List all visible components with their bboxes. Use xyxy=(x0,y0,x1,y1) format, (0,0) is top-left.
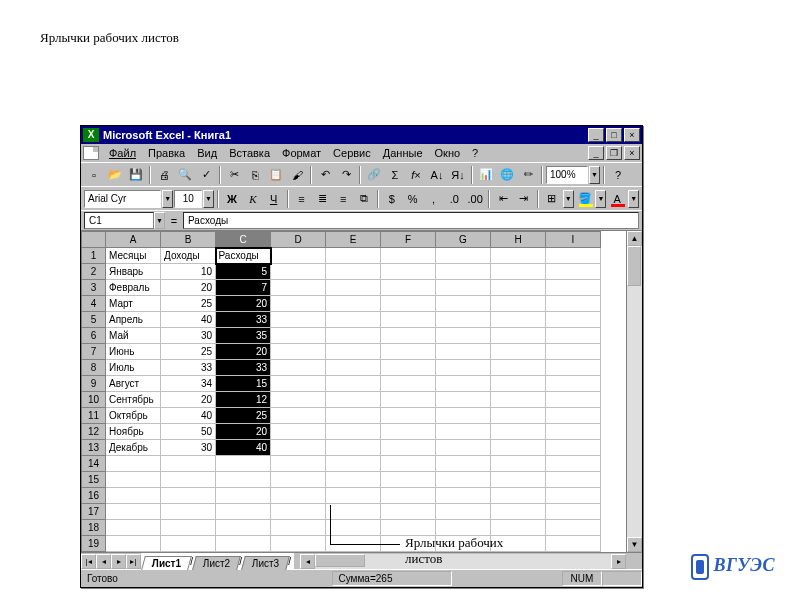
sheet-tab-3[interactable]: Лист3 xyxy=(241,556,290,570)
open-button[interactable]: 📂 xyxy=(105,165,125,185)
cell-B16[interactable] xyxy=(161,488,216,504)
cell-C10[interactable]: 12 xyxy=(216,392,271,408)
new-button[interactable]: ▫ xyxy=(84,165,104,185)
cut-button[interactable]: ✂ xyxy=(224,165,244,185)
merge-center-button[interactable]: ⧉ xyxy=(354,189,374,209)
cell-E4[interactable] xyxy=(326,296,381,312)
cell-I15[interactable] xyxy=(546,472,601,488)
comma-button[interactable]: , xyxy=(424,189,444,209)
cell-I17[interactable] xyxy=(546,504,601,520)
cell-G6[interactable] xyxy=(436,328,491,344)
cell-F13[interactable] xyxy=(381,440,436,456)
cell-I9[interactable] xyxy=(546,376,601,392)
cell-H6[interactable] xyxy=(491,328,546,344)
cell-C14[interactable] xyxy=(216,456,271,472)
sort-asc-button[interactable]: A↓ xyxy=(427,165,447,185)
cell-E14[interactable] xyxy=(326,456,381,472)
cell-E19[interactable] xyxy=(326,536,381,552)
cell-E8[interactable] xyxy=(326,360,381,376)
cell-I19[interactable] xyxy=(546,536,601,552)
sheet-tab-2[interactable]: Лист2 xyxy=(192,556,241,570)
zoom-dropdown[interactable]: ▼ xyxy=(589,166,600,184)
font-size-dropdown[interactable]: ▼ xyxy=(203,190,214,208)
cell-G4[interactable] xyxy=(436,296,491,312)
column-header-F[interactable]: F xyxy=(381,232,436,248)
cell-H7[interactable] xyxy=(491,344,546,360)
cell-F12[interactable] xyxy=(381,424,436,440)
cell-E18[interactable] xyxy=(326,520,381,536)
cell-G5[interactable] xyxy=(436,312,491,328)
name-box[interactable]: C1 xyxy=(84,212,154,229)
cell-A9[interactable]: Август xyxy=(106,376,161,392)
cell-D14[interactable] xyxy=(271,456,326,472)
column-header-A[interactable]: A xyxy=(106,232,161,248)
print-button[interactable]: 🖨 xyxy=(154,165,174,185)
cell-C3[interactable]: 7 xyxy=(216,280,271,296)
cell-H9[interactable] xyxy=(491,376,546,392)
doc-restore-button[interactable]: ❐ xyxy=(606,146,622,160)
tab-first-button[interactable]: |◂ xyxy=(81,554,96,569)
vscroll-thumb[interactable] xyxy=(627,246,641,286)
menu-service[interactable]: Сервис xyxy=(327,146,377,160)
cell-A2[interactable]: Январь xyxy=(106,264,161,280)
cell-B2[interactable]: 10 xyxy=(161,264,216,280)
cell-C6[interactable]: 35 xyxy=(216,328,271,344)
cell-B3[interactable]: 20 xyxy=(161,280,216,296)
cell-A13[interactable]: Декабрь xyxy=(106,440,161,456)
font-name-field[interactable]: Arial Cyr xyxy=(84,190,161,208)
cell-G18[interactable] xyxy=(436,520,491,536)
cell-A12[interactable]: Ноябрь xyxy=(106,424,161,440)
font-size-field[interactable]: 10 xyxy=(174,190,202,208)
sheet-tab-1[interactable]: Лист1 xyxy=(141,556,192,570)
increase-decimal-button[interactable]: .0 xyxy=(444,189,464,209)
cell-B9[interactable]: 34 xyxy=(161,376,216,392)
cell-F10[interactable] xyxy=(381,392,436,408)
formula-equals[interactable]: = xyxy=(165,215,183,227)
row-header-3[interactable]: 3 xyxy=(82,280,106,296)
cell-H14[interactable] xyxy=(491,456,546,472)
row-header-5[interactable]: 5 xyxy=(82,312,106,328)
cell-F9[interactable] xyxy=(381,376,436,392)
cell-F3[interactable] xyxy=(381,280,436,296)
cell-C2[interactable]: 5 xyxy=(216,264,271,280)
cell-F14[interactable] xyxy=(381,456,436,472)
drawing-button[interactable]: ✏ xyxy=(518,165,538,185)
cell-H17[interactable] xyxy=(491,504,546,520)
decrease-indent-button[interactable]: ⇤ xyxy=(493,189,513,209)
column-header-E[interactable]: E xyxy=(326,232,381,248)
row-header-11[interactable]: 11 xyxy=(82,408,106,424)
cell-G15[interactable] xyxy=(436,472,491,488)
cell-C4[interactable]: 20 xyxy=(216,296,271,312)
row-header-19[interactable]: 19 xyxy=(82,536,106,552)
cell-B17[interactable] xyxy=(161,504,216,520)
row-header-15[interactable]: 15 xyxy=(82,472,106,488)
cell-B6[interactable]: 30 xyxy=(161,328,216,344)
cell-F1[interactable] xyxy=(381,248,436,264)
cell-C16[interactable] xyxy=(216,488,271,504)
preview-button[interactable]: 🔍 xyxy=(175,165,195,185)
format-painter-button[interactable]: 🖌 xyxy=(287,165,307,185)
cell-E15[interactable] xyxy=(326,472,381,488)
cell-E12[interactable] xyxy=(326,424,381,440)
menu-insert[interactable]: Вставка xyxy=(223,146,276,160)
cell-B7[interactable]: 25 xyxy=(161,344,216,360)
cell-D2[interactable] xyxy=(271,264,326,280)
row-header-8[interactable]: 8 xyxy=(82,360,106,376)
cell-E16[interactable] xyxy=(326,488,381,504)
cell-E7[interactable] xyxy=(326,344,381,360)
column-header-C[interactable]: C xyxy=(216,232,271,248)
vscroll-track[interactable] xyxy=(627,246,642,537)
map-button[interactable]: 🌐 xyxy=(497,165,517,185)
help-button[interactable]: ? xyxy=(608,165,628,185)
italic-button[interactable]: К xyxy=(243,189,263,209)
row-header-17[interactable]: 17 xyxy=(82,504,106,520)
cell-A1[interactable]: Месяцы xyxy=(106,248,161,264)
doc-minimize-button[interactable]: _ xyxy=(588,146,604,160)
cell-E3[interactable] xyxy=(326,280,381,296)
cell-H16[interactable] xyxy=(491,488,546,504)
tab-last-button[interactable]: ▸| xyxy=(126,554,141,569)
cell-G1[interactable] xyxy=(436,248,491,264)
cell-A5[interactable]: Апрель xyxy=(106,312,161,328)
cell-C12[interactable]: 20 xyxy=(216,424,271,440)
increase-indent-button[interactable]: ⇥ xyxy=(514,189,534,209)
